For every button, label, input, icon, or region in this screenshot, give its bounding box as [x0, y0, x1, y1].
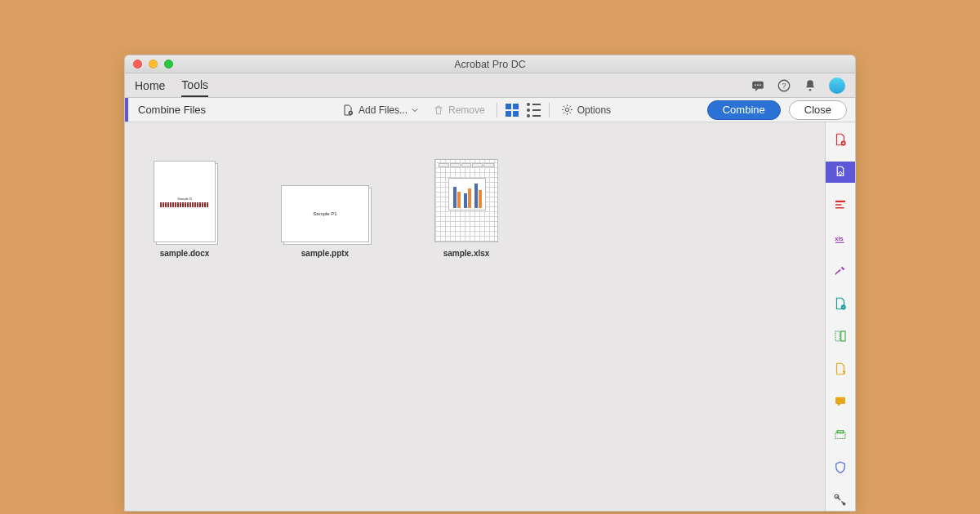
svg-text:?: ?: [782, 82, 786, 90]
combine-button[interactable]: Combine: [707, 100, 781, 120]
window-title: Acrobat Pro DC: [125, 59, 855, 70]
app-window: Acrobat Pro DC Home Tools ? Combine File…: [124, 55, 856, 512]
content-wrap: Sample D sample.docx Sample P1 sample.: [125, 122, 855, 511]
add-files-label: Add Files...: [359, 104, 408, 116]
remove-button: Remove: [430, 103, 488, 117]
svg-text:xls: xls: [835, 235, 843, 242]
file-label: sample.xlsx: [443, 249, 490, 258]
rail-edit-pdf[interactable]: [826, 194, 855, 215]
close-window-button[interactable]: [133, 60, 142, 69]
ppt-preview-title: Sample P1: [313, 211, 336, 216]
divider: [497, 103, 497, 117]
options-button[interactable]: Options: [558, 102, 614, 117]
svg-point-6: [809, 88, 812, 91]
rail-more-tools[interactable]: [826, 490, 855, 511]
grid-view-button[interactable]: [506, 104, 519, 117]
svg-point-1: [755, 84, 756, 86]
minimize-window-button[interactable]: [149, 60, 158, 69]
add-files-button[interactable]: Add Files...: [338, 102, 421, 118]
toolbar-title: Combine Files: [138, 104, 330, 116]
pptx-thumbnail: Sample P1: [281, 185, 369, 242]
rail-export-pdf[interactable]: xls: [826, 228, 855, 249]
chart-icon: [448, 178, 486, 210]
rail-scan[interactable]: [826, 424, 855, 445]
file-grid: Sample D sample.docx Sample P1 sample.: [125, 122, 825, 295]
file-item-xlsx[interactable]: sample.xlsx: [434, 159, 498, 258]
svg-rect-12: [835, 207, 844, 209]
svg-point-21: [843, 503, 846, 506]
svg-rect-10: [835, 201, 845, 202]
rail-protect[interactable]: [826, 457, 855, 478]
file-label: sample.pptx: [301, 249, 349, 258]
rail-fill-sign[interactable]: [826, 293, 855, 314]
canvas[interactable]: Sample D sample.docx Sample P1 sample.: [125, 122, 826, 511]
docx-thumbnail: Sample D: [154, 161, 216, 242]
file-item-pptx[interactable]: Sample P1 sample.pptx: [281, 185, 369, 258]
rail-combine-files[interactable]: [826, 162, 855, 183]
svg-point-3: [760, 84, 761, 86]
tab-tools[interactable]: Tools: [181, 73, 208, 97]
file-item-docx[interactable]: Sample D sample.docx: [154, 161, 216, 258]
title-bar: Acrobat Pro DC: [125, 55, 855, 73]
svg-point-2: [757, 84, 759, 86]
avatar[interactable]: [829, 78, 845, 94]
help-icon[interactable]: ?: [777, 78, 791, 93]
toolbar: Combine Files Add Files... Remove Option…: [125, 98, 855, 122]
right-rail: xls: [826, 122, 855, 511]
list-view-button[interactable]: [527, 103, 541, 117]
notifications-icon[interactable]: [803, 78, 817, 93]
file-plus-icon: [341, 104, 354, 117]
svg-rect-15: [835, 331, 840, 341]
xlsx-thumbnail: [434, 159, 498, 242]
rail-sign[interactable]: [826, 260, 855, 281]
svg-rect-17: [835, 397, 845, 404]
accent-bar: [125, 98, 128, 122]
svg-rect-19: [837, 430, 844, 432]
rail-create-pdf[interactable]: [826, 129, 855, 150]
combine-label: Combine: [723, 104, 765, 116]
svg-rect-11: [835, 205, 842, 206]
close-label: Close: [804, 104, 831, 116]
remove-label: Remove: [448, 104, 485, 116]
rail-comment[interactable]: [826, 391, 855, 412]
svg-point-8: [565, 108, 568, 111]
tab-home[interactable]: Home: [135, 73, 165, 97]
chevron-down-icon: [412, 107, 418, 113]
rail-send-comments[interactable]: [826, 358, 855, 379]
chat-icon[interactable]: [751, 78, 765, 93]
close-button[interactable]: Close: [789, 100, 847, 120]
gear-icon: [561, 104, 573, 116]
rail-organize[interactable]: [826, 326, 855, 347]
file-label: sample.docx: [160, 249, 210, 258]
svg-rect-16: [841, 331, 845, 341]
options-label: Options: [577, 104, 611, 116]
doc-preview-title: Sample D: [177, 197, 192, 201]
app-tabs-row: Home Tools ?: [125, 73, 855, 98]
maximize-window-button[interactable]: [164, 60, 173, 69]
trash-icon: [433, 104, 444, 116]
divider: [549, 103, 550, 117]
traffic-lights: [125, 60, 173, 69]
